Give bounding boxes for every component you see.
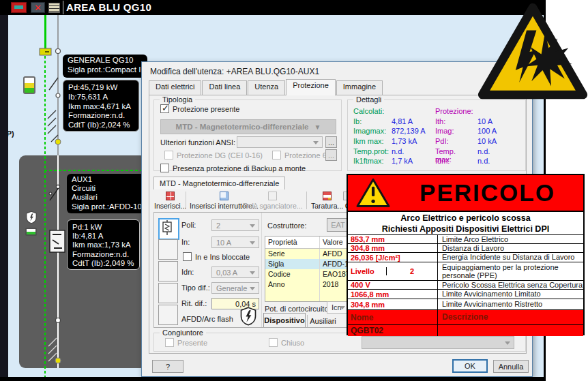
dettagli-label: Ib: bbox=[353, 117, 387, 127]
table-row-anno[interactable]: Anno 2018 bbox=[265, 279, 349, 290]
toolbar-taratura[interactable]: Taratura... bbox=[311, 192, 343, 210]
ulteriori-ansi-label: Ulteriori funzioni ANSI: bbox=[160, 138, 235, 147]
help-button[interactable]: ? bbox=[152, 360, 183, 373]
ansi-browse-button[interactable]: ... bbox=[325, 136, 337, 148]
tipo-dif-label: Tipo dif.: bbox=[181, 284, 210, 292]
generale-sigla: Sigla prot.:Compact IN bbox=[68, 65, 143, 75]
descrizione-value bbox=[438, 325, 583, 336]
poli-select: 2 bbox=[211, 219, 259, 231]
table-row-serie[interactable]: Serie AFDD bbox=[265, 249, 349, 259]
idn-value: 0,03 A bbox=[216, 269, 237, 277]
device-variant-button[interactable] bbox=[158, 239, 178, 260]
generale-formazione: Formazione:n.d. bbox=[68, 111, 134, 121]
dettagli-grid: Calcolati: Protezione: Ib: 4,81 A Ith: 1… bbox=[353, 107, 518, 167]
window-bottom-border bbox=[0, 377, 546, 381]
table-row-empty bbox=[265, 290, 349, 301]
dettagli-value: 4,81 A bbox=[392, 117, 431, 127]
subtab-ausiliari[interactable]: Ausiliari bbox=[307, 315, 338, 327]
status-bar-icon bbox=[25, 228, 37, 236]
device-type-tab-label: MTD - Magnetotermico-differenziale bbox=[160, 179, 279, 187]
col-proprieta: Proprietà bbox=[265, 237, 320, 248]
calcolati-header: Calcolati: bbox=[353, 107, 387, 117]
dettagli-legend: Dettagli bbox=[353, 95, 384, 104]
toolbar-rele-sganciatore: Relè sganciatore... bbox=[243, 192, 303, 210]
delete-x-icon[interactable] bbox=[31, 2, 45, 13]
device-variant-button[interactable] bbox=[158, 283, 178, 303]
tab-utenza[interactable]: Utenza bbox=[248, 80, 285, 95]
proprieta-table: Proprietà Valore Serie AFDD Sigla AFDD-1… bbox=[265, 236, 349, 302]
pericolo-row-livello: Livello 2 Equipaggiamento per la protezi… bbox=[348, 262, 583, 281]
toolbar-inserisci[interactable]: Inserisci... bbox=[154, 192, 186, 210]
device-type-tab[interactable]: MTD - Magnetotermico-differenziale bbox=[153, 177, 285, 189]
tipo-dif-select: Generale bbox=[211, 282, 259, 294]
generale-ikm: Ikm max:4,671 kA bbox=[68, 102, 134, 112]
tab-dati-elettrici[interactable]: Dati elettrici bbox=[149, 80, 201, 95]
bloccate-checkbox[interactable]: In e Ins bloccate bbox=[183, 252, 250, 261]
cancel-button[interactable]: Annulla bbox=[493, 360, 529, 373]
col-valore: Valore bbox=[320, 237, 349, 248]
afdd-label: AFDD/Arc flash bbox=[181, 315, 233, 323]
tipo-protezione-value: MTD - Magnetotermico-differenziale bbox=[176, 123, 309, 131]
dettagli-label: Ikm max: bbox=[353, 137, 387, 147]
tab-dati-linea[interactable]: Dati linea bbox=[202, 80, 247, 95]
shield-lightning-icon bbox=[26, 211, 37, 224]
list-icon[interactable] bbox=[48, 3, 60, 13]
aux-line3: Ausilari bbox=[72, 193, 142, 202]
rele-sganciatore-icon bbox=[268, 192, 277, 200]
dettagli-label: Imagmax: bbox=[353, 127, 387, 137]
bloccate-label: In e Ins bloccate bbox=[195, 253, 250, 261]
device-variant-button-selected[interactable] bbox=[158, 218, 179, 240]
inserisci-icon bbox=[166, 192, 175, 200]
backup-checkbox[interactable]: Presenza protezione di Backup a monte bbox=[160, 164, 306, 172]
pericolo-title: PERICOLO bbox=[392, 179, 583, 207]
congiuntore-legend: Congiuntore bbox=[160, 329, 206, 337]
idn-select: 0,03 A bbox=[211, 266, 259, 278]
table-row-codice[interactable]: Codice EAO187 bbox=[265, 269, 349, 279]
val-cell: 2018 bbox=[320, 279, 349, 290]
67n-browse-button: ... bbox=[325, 149, 337, 161]
pericolo-value: 304,8 mm bbox=[348, 299, 438, 309]
dettagli-label: Temp.prot: bbox=[353, 147, 387, 157]
switch-symbol[interactable] bbox=[49, 78, 58, 90]
pericolo-desc: Distanza di Lavoro bbox=[438, 244, 583, 252]
pot-cortocircuito-label: Pot. di cortocircuito: bbox=[265, 305, 331, 313]
protezione-presente-checkbox[interactable]: Protezione presente bbox=[160, 104, 239, 113]
dettagli-label: Temp. max: bbox=[435, 147, 473, 157]
device-variant-button[interactable] bbox=[158, 261, 178, 281]
pericolo-header: PERICOLO bbox=[348, 175, 583, 212]
device-variant-button[interactable] bbox=[158, 305, 178, 325]
table-row-sigla[interactable]: Sigla AFDD-10 bbox=[265, 259, 349, 269]
tipo-protezione-dropdown[interactable]: MTD - Magnetotermico-differenziale bbox=[160, 119, 336, 134]
generale-title: GENERALE QG10 bbox=[68, 56, 143, 65]
idn-label: Idn: bbox=[181, 268, 194, 276]
capacity-indicator-icon bbox=[23, 76, 35, 94]
tab-protezione[interactable]: Protezione bbox=[286, 79, 336, 95]
pericolo-desc: Equipaggiamento per la protezione person… bbox=[438, 262, 583, 280]
pericolo-desc: Limite Avvicinamento Limitato bbox=[438, 290, 583, 299]
pericolo-arc-flash-label: PERICOLO Arco Elettrico e pericolo scoss… bbox=[347, 174, 585, 335]
dettagli-value: 10 A bbox=[477, 117, 518, 127]
aux-data-box: Pd:1 kW Ib:4,81 A Ikm max:1,73 kA Formaz… bbox=[67, 219, 140, 270]
dettagli-value: n.d. bbox=[477, 157, 518, 167]
dettagli-value: n.d. bbox=[477, 147, 518, 157]
proprieta-header-row: Proprietà Valore bbox=[265, 237, 349, 249]
tab-immagine[interactable]: Immagine bbox=[336, 80, 383, 95]
val-cell: AFDD bbox=[320, 249, 349, 259]
dettagli-value: 100 A bbox=[477, 127, 518, 137]
generale-data-box: Pd:45,719 kW Ib:75,631 A Ikm max:4,671 k… bbox=[63, 80, 139, 132]
pericolo-row: 853,7 mm Limite Arco Elettrico bbox=[348, 235, 583, 244]
generale-ib: Ib:75,631 A bbox=[68, 93, 134, 102]
ok-button[interactable]: OK bbox=[452, 359, 488, 373]
pericolo-row: 1066,8 mm Limite Avvicinamento Limitato bbox=[348, 290, 583, 299]
subtab-dispositivo[interactable]: Dispositivo bbox=[263, 313, 306, 327]
window-titlebar: AREA BLU QG10 bbox=[0, 0, 546, 15]
app-screenshot: AREA BLU QG10 bbox=[0, 0, 588, 381]
aux-sigla: Sigla prot.:AFDD-10/2, bbox=[72, 202, 142, 211]
pericolo-desc: Limite Avvicinamento Ristretto bbox=[438, 299, 583, 309]
window-left-border bbox=[0, 15, 8, 377]
protezione-dg-checkbox: Protezione DG (CEI 0-16) bbox=[164, 151, 263, 159]
titlebar-separator bbox=[63, 1, 63, 14]
afdd-device-symbol[interactable] bbox=[50, 230, 65, 252]
shade-icon[interactable] bbox=[11, 2, 27, 13]
dettagli-value: 1,73 kA bbox=[392, 137, 431, 147]
